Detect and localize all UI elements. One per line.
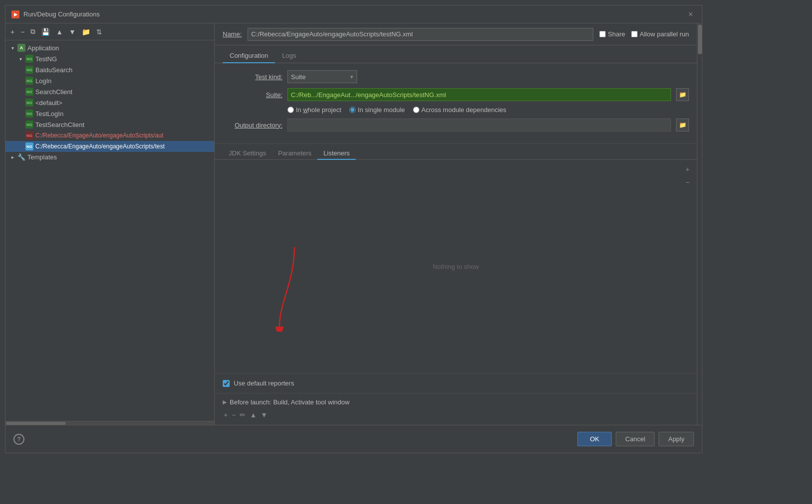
cancel-button[interactable]: Cancel bbox=[616, 432, 655, 446]
tree-item-baidusearch[interactable]: NG BaiduSearch bbox=[5, 64, 214, 75]
before-add-button[interactable]: + bbox=[223, 410, 229, 420]
left-toolbar: + − ⧉ 💾 ▲ ▼ 📁 ⇅ bbox=[5, 23, 214, 40]
sub-tab-listeners[interactable]: Listeners bbox=[317, 147, 356, 160]
tree-item-searchclient[interactable]: NG SearchClient bbox=[5, 86, 214, 97]
application-icon: A bbox=[17, 44, 25, 52]
baidusearch-label: BaiduSearch bbox=[35, 66, 72, 74]
right-panel-wrapper: Name: Share Allow parallel run bbox=[215, 23, 702, 425]
sub-tab-parameters[interactable]: Parameters bbox=[272, 147, 317, 160]
testlogin-label: TestLogIn bbox=[35, 110, 63, 118]
sub-tabs: JDK Settings Parameters Listeners bbox=[215, 144, 697, 160]
name-label: Name: bbox=[223, 30, 242, 38]
login-label: LogIn bbox=[35, 77, 52, 85]
suite-input[interactable] bbox=[287, 88, 671, 101]
share-label: Share bbox=[608, 30, 625, 38]
before-edit-button[interactable]: ✏ bbox=[239, 410, 247, 420]
tree-item-selected[interactable]: NG C:/Rebecca/EngageAuto/engageAutoScrip… bbox=[5, 141, 214, 152]
expand-arrow-testng: ▾ bbox=[17, 56, 23, 62]
scope-single-module[interactable]: In single module bbox=[349, 106, 405, 114]
share-option[interactable]: Share bbox=[599, 30, 625, 38]
apply-button[interactable]: Apply bbox=[659, 432, 694, 446]
scope-whole-label: In whole project bbox=[296, 106, 341, 114]
scope-radio-single[interactable] bbox=[349, 107, 356, 113]
before-remove-button[interactable]: − bbox=[231, 410, 237, 420]
before-up-button[interactable]: ▲ bbox=[249, 410, 258, 420]
tree-item-login[interactable]: NG LogIn bbox=[5, 75, 214, 86]
remove-config-button[interactable]: − bbox=[18, 27, 26, 37]
help-button[interactable]: ? bbox=[13, 434, 24, 445]
left-panel: + − ⧉ 💾 ▲ ▼ 📁 ⇅ ▾ A Application ▾ bbox=[5, 23, 215, 425]
default-reporters-label: Use default reporters bbox=[234, 379, 294, 387]
folder-config-button[interactable]: 📁 bbox=[80, 27, 92, 37]
tree-item-testsearchclient[interactable]: NG TestSearchClient bbox=[5, 119, 214, 130]
bottom-buttons: OK Cancel Apply bbox=[577, 432, 694, 446]
run-debug-icon: ▶ bbox=[11, 10, 19, 18]
nothing-to-show: Nothing to show bbox=[432, 263, 479, 270]
ok-button[interactable]: OK bbox=[577, 432, 612, 446]
searchclient-icon: NG bbox=[25, 88, 33, 96]
parallel-label: Allow parallel run bbox=[640, 30, 689, 38]
close-button[interactable]: × bbox=[685, 9, 696, 20]
copy-config-button[interactable]: ⧉ bbox=[28, 26, 37, 37]
scope-radio-across[interactable] bbox=[413, 107, 419, 113]
up-config-button[interactable]: ▲ bbox=[54, 27, 65, 37]
horizontal-scrollbar[interactable] bbox=[5, 421, 214, 425]
arrow-annotation bbox=[265, 242, 324, 333]
test-kind-row: Test kind: Suite bbox=[223, 70, 689, 83]
sub-tab-jdk[interactable]: JDK Settings bbox=[223, 147, 272, 160]
testng-icon: NG bbox=[25, 55, 33, 63]
share-checkbox[interactable] bbox=[599, 31, 606, 37]
suite-row: Suite: 📁 bbox=[223, 88, 689, 101]
test-kind-wrapper: Suite bbox=[287, 70, 357, 83]
test-kind-select[interactable]: Suite bbox=[287, 70, 357, 83]
tree-item-testlogin[interactable]: NG TestLogIn bbox=[5, 108, 214, 119]
save-config-button[interactable]: 💾 bbox=[39, 27, 52, 37]
error-label: C:/Rebecca/EngageAuto/engageAutoScripts/… bbox=[35, 132, 163, 139]
add-config-button[interactable]: + bbox=[8, 27, 16, 37]
test-kind-label: Test kind: bbox=[223, 73, 282, 81]
default-icon: NG bbox=[25, 99, 33, 107]
selected-icon: NG bbox=[25, 142, 33, 150]
tree-item-error[interactable]: NG C:/Rebecca/EngageAuto/engageAutoScrip… bbox=[5, 130, 214, 141]
tab-configuration[interactable]: Configuration bbox=[223, 49, 275, 63]
default-reporters-checkbox[interactable] bbox=[223, 380, 230, 387]
tree-item-templates[interactable]: ▸ 🔧 Templates bbox=[5, 152, 214, 162]
login-icon: NG bbox=[25, 77, 33, 85]
suite-folder-button[interactable]: 📁 bbox=[676, 88, 689, 101]
suite-label: Suite: bbox=[223, 91, 282, 99]
listeners-remove-button[interactable]: − bbox=[682, 177, 693, 188]
arrow-svg bbox=[265, 242, 324, 332]
right-scrollbar[interactable] bbox=[697, 23, 702, 425]
sort-config-button[interactable]: ⇅ bbox=[94, 27, 104, 37]
output-input[interactable] bbox=[287, 119, 671, 131]
output-folder-button[interactable]: 📁 bbox=[676, 119, 689, 131]
tree-item-application[interactable]: ▾ A Application bbox=[5, 42, 214, 53]
scope-radio-whole[interactable] bbox=[287, 107, 294, 113]
default-label: <default> bbox=[35, 99, 62, 107]
scope-whole-project[interactable]: In whole project bbox=[287, 106, 341, 114]
before-launch-toggle[interactable]: ▶ bbox=[223, 399, 227, 405]
down-config-button[interactable]: ▼ bbox=[67, 27, 78, 37]
testsearchclient-icon: NG bbox=[25, 121, 33, 128]
baidusearch-icon: NG bbox=[25, 66, 33, 74]
listeners-panel: + − Nothing to show bbox=[215, 160, 697, 373]
scope-across-module[interactable]: Across module dependencies bbox=[413, 106, 507, 114]
parallel-checkbox[interactable] bbox=[631, 31, 638, 37]
parallel-option[interactable]: Allow parallel run bbox=[631, 30, 689, 38]
before-launch-section: ▶ Before launch: Build, Activate tool wi… bbox=[215, 393, 697, 425]
right-scrollbar-thumb bbox=[698, 24, 702, 54]
title-bar: ▶ Run/Debug Configurations × bbox=[5, 5, 702, 23]
tree-item-testng[interactable]: ▾ NG TestNG bbox=[5, 53, 214, 64]
name-input[interactable] bbox=[248, 28, 593, 41]
expand-arrow-application: ▾ bbox=[9, 45, 15, 51]
listeners-toolbar: + − bbox=[682, 164, 693, 188]
listeners-add-button[interactable]: + bbox=[682, 164, 693, 175]
before-launch-header: ▶ Before launch: Build, Activate tool wi… bbox=[223, 398, 689, 406]
tab-logs[interactable]: Logs bbox=[275, 49, 303, 63]
scope-single-label: In single module bbox=[358, 106, 405, 114]
tree-item-default[interactable]: NG <default> bbox=[5, 97, 214, 108]
header-options: Share Allow parallel run bbox=[599, 30, 689, 38]
wrench-icon: 🔧 bbox=[17, 153, 25, 161]
config-tree: ▾ A Application ▾ NG TestNG NG BaiduSear… bbox=[5, 40, 214, 421]
before-down-button[interactable]: ▼ bbox=[260, 410, 269, 420]
